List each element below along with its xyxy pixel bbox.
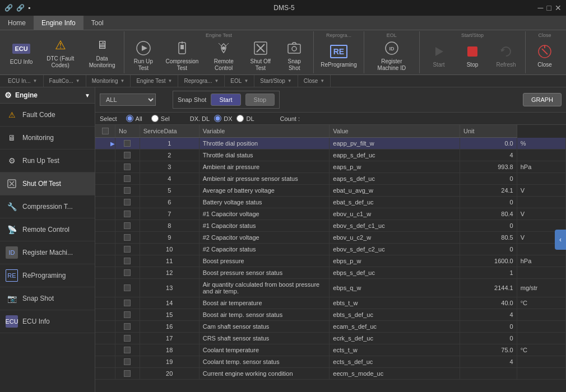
- row-checkbox[interactable]: [124, 300, 131, 306]
- snap-shot-button[interactable]: Snap Shot: [277, 35, 311, 76]
- sidebar-item-monitoring[interactable]: 🖥 Monitoring: [0, 127, 95, 150]
- sidebar-item-register-machi[interactable]: ID Register Machi...: [0, 241, 95, 264]
- row-indicator: [95, 185, 115, 197]
- sidebar-item-reprograming[interactable]: RE RePrograming: [0, 264, 95, 287]
- table-row: 10#2 Capacitor statusebov_s_def_c2_uc0: [95, 244, 566, 255]
- run-up-test-button[interactable]: Run Up Test: [127, 35, 160, 76]
- row-checkbox[interactable]: [124, 199, 131, 206]
- sidebar-item-fault-code[interactable]: ⚠ Fault Code: [0, 104, 95, 127]
- row-checkbox[interactable]: [124, 246, 131, 253]
- row-service: Throttle dial position: [199, 138, 330, 150]
- data-monitoring-button[interactable]: 🖥 Data Monitoring: [82, 32, 121, 73]
- row-checkbox[interactable]: [124, 140, 131, 147]
- row-checkbox[interactable]: [124, 258, 131, 264]
- row-variable: ebat_s_def_uc: [330, 197, 460, 208]
- row-value: 2144.1: [460, 279, 517, 297]
- subbar-reprogra[interactable]: Reprogra... ▼: [178, 75, 225, 87]
- row-checkbox-cell: [115, 208, 140, 220]
- compression-test-icon: [173, 39, 191, 57]
- subbar-fault-co[interactable]: FaultCo... ▼: [44, 75, 86, 87]
- select-sel-radio[interactable]: [151, 115, 159, 122]
- dx-text: DX: [224, 115, 232, 122]
- dl-radio[interactable]: [236, 115, 244, 122]
- header-checkbox[interactable]: [102, 128, 109, 134]
- menu-item-engine-info[interactable]: Engine Info: [34, 16, 83, 30]
- sidebar-item-run-up-test[interactable]: ⚙ Run Up Test: [0, 150, 95, 172]
- subbar-eol[interactable]: EOL ▼: [225, 75, 254, 87]
- compression-test-button[interactable]: Compression Test: [160, 35, 204, 76]
- subbar-close[interactable]: Close ▼: [298, 75, 331, 87]
- snapshot-stop-button[interactable]: Stop: [245, 94, 275, 106]
- row-checkbox[interactable]: [124, 335, 131, 342]
- subbar-engine-test[interactable]: Engine Test ▼: [131, 75, 178, 87]
- dx-radio[interactable]: [214, 115, 221, 122]
- shut-off-test-button[interactable]: Shut Off Test: [243, 35, 277, 76]
- row-checkbox[interactable]: [124, 269, 131, 276]
- row-checkbox[interactable]: [124, 311, 131, 318]
- row-checkbox[interactable]: [124, 152, 131, 158]
- compression-test-label: Compression Test: [165, 58, 200, 72]
- side-arrow-button[interactable]: ‹: [555, 230, 566, 250]
- row-checkbox[interactable]: [124, 323, 131, 330]
- menu-item-home[interactable]: Home: [0, 16, 34, 30]
- table-container[interactable]: No ServiceData Variable Value Unit ▶1Thr…: [95, 125, 566, 392]
- row-service: Coolant temp. sensor status: [199, 356, 330, 368]
- table-row: 11Boost pressureebps_p_w1600.0hPa: [95, 255, 566, 267]
- row-checkbox-cell: [115, 220, 140, 232]
- row-checkbox[interactable]: [124, 234, 131, 241]
- row-checkbox[interactable]: [124, 175, 131, 182]
- row-variable: ebps_p_w: [330, 255, 460, 267]
- content-wrapper: ALL Snap Shot Start Stop GRAPH Select Al…: [95, 87, 566, 392]
- close-window-button[interactable]: ✕: [555, 3, 562, 12]
- select-sel-label[interactable]: Sel: [151, 115, 170, 122]
- row-value: 80.4: [460, 208, 517, 220]
- row-checkbox[interactable]: [124, 187, 131, 194]
- row-checkbox[interactable]: [124, 358, 131, 365]
- refresh-toolbar-button: Refresh: [489, 35, 523, 76]
- sidebar-item-shut-off-test[interactable]: Shut Off Test: [0, 172, 95, 195]
- menu-item-tool[interactable]: Tool: [83, 16, 112, 30]
- row-checkbox[interactable]: [124, 370, 131, 377]
- remote-label: Remote Control: [22, 226, 69, 234]
- sidebar-item-snap-shot[interactable]: 📷 Snap Shot: [0, 287, 95, 310]
- sidebar-item-compression-t[interactable]: 🔧 Compression T...: [0, 195, 95, 218]
- window-controls[interactable]: ─ □ ✕: [538, 3, 562, 12]
- row-checkbox[interactable]: [124, 222, 131, 229]
- dl-label[interactable]: DL: [236, 115, 254, 122]
- row-checkbox[interactable]: [124, 211, 131, 217]
- row-checkbox-cell: [115, 279, 140, 297]
- dtc-fault-button[interactable]: ⚠ DTC (Fault Codes): [38, 32, 82, 73]
- remote-control-button[interactable]: Remote Control: [204, 35, 244, 76]
- snapshot-start-button[interactable]: Start: [211, 94, 240, 106]
- row-indicator: ▶: [95, 138, 115, 150]
- row-no: 6: [140, 197, 199, 208]
- svg-line-17: [542, 49, 548, 54]
- row-checkbox[interactable]: [124, 347, 131, 353]
- data-table: No ServiceData Variable Value Unit ▶1Thr…: [95, 125, 566, 380]
- select-all-label[interactable]: All: [126, 115, 142, 122]
- data-monitoring-label: Data Monitoring: [87, 55, 117, 69]
- row-checkbox[interactable]: [124, 164, 131, 170]
- subbar-start-stop[interactable]: Start/Stop ▼: [254, 75, 298, 87]
- dx-label[interactable]: DX: [214, 115, 232, 122]
- maximize-button[interactable]: □: [547, 3, 551, 12]
- reprograming-button[interactable]: RE RePrograming: [316, 35, 361, 76]
- row-unit: hPa: [517, 161, 565, 173]
- sidebar-item-ecu-info[interactable]: ECU ECU Info: [0, 310, 95, 333]
- close-toolbar-button[interactable]: Close: [528, 35, 562, 76]
- svg-point-5: [222, 46, 225, 50]
- row-unit: [517, 333, 565, 344]
- ecu-info-button[interactable]: ECU ECU Info: [4, 32, 38, 73]
- sidebar-dropdown-arrow[interactable]: ▼: [85, 92, 90, 99]
- subbar-reprogra-arrow: ▼: [214, 78, 219, 83]
- stop-toolbar-button[interactable]: Stop: [456, 35, 489, 76]
- select-all-radio[interactable]: [126, 115, 133, 122]
- minimize-button[interactable]: ─: [538, 3, 544, 12]
- row-checkbox[interactable]: [124, 284, 131, 291]
- register-machine-button[interactable]: ID Register Machine ID: [366, 35, 417, 76]
- graph-button[interactable]: GRAPH: [523, 93, 562, 106]
- subbar-monitoring[interactable]: Monitoring ▼: [86, 75, 131, 87]
- subbar-ecu-in[interactable]: ECU In... ▼: [2, 75, 44, 87]
- all-dropdown[interactable]: ALL: [100, 94, 156, 106]
- sidebar-item-remote-control[interactable]: 📡 Remote Control: [0, 218, 95, 241]
